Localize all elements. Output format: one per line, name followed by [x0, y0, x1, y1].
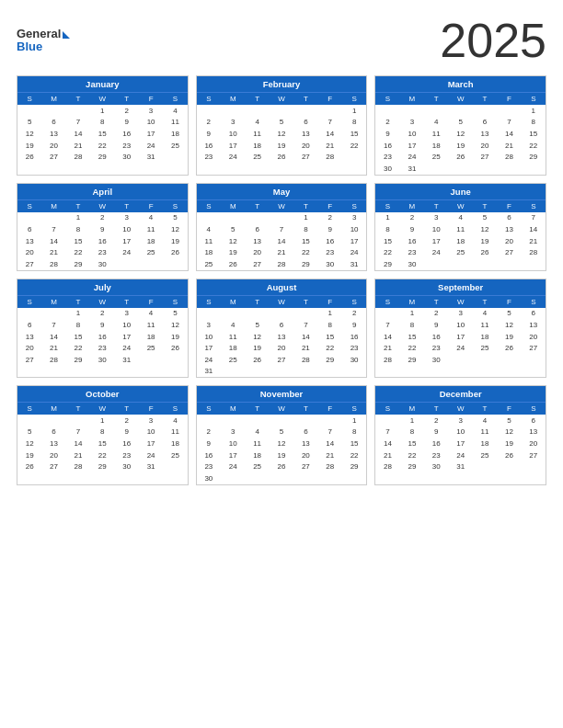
- day-label: W: [90, 295, 114, 308]
- day-cell: 19: [163, 331, 187, 343]
- day-cell: 15: [522, 128, 546, 140]
- day-cell: 15: [90, 438, 114, 449]
- day-cell: 2: [424, 415, 448, 427]
- days-grid: 1234567891011121314151617181920212223242…: [375, 308, 546, 366]
- day-cell: 8: [342, 117, 366, 129]
- empty-cell: [293, 366, 317, 378]
- day-cell: 3: [400, 117, 424, 129]
- day-label: F: [497, 295, 521, 308]
- day-cell: 1: [318, 308, 342, 320]
- day-cell: 25: [221, 354, 245, 366]
- empty-cell: [375, 415, 399, 427]
- empty-cell: [522, 461, 546, 472]
- empty-cell: [66, 415, 90, 427]
- day-cell: 14: [41, 331, 65, 343]
- day-cell: 7: [41, 319, 65, 331]
- empty-cell: [448, 258, 472, 270]
- days-grid: 1234567891011121314151617181920212223242…: [197, 415, 367, 484]
- day-cell: 5: [163, 212, 187, 224]
- day-headers: SMTWTFS: [375, 295, 546, 308]
- day-label: T: [115, 199, 139, 212]
- day-cell: 18: [448, 235, 472, 247]
- day-cell: 1: [293, 212, 317, 224]
- day-cell: 21: [293, 342, 317, 354]
- year-title: 2025: [440, 17, 546, 64]
- day-cell: 5: [270, 427, 293, 438]
- day-label: F: [318, 295, 342, 308]
- day-cell: 21: [41, 342, 65, 354]
- day-cell: 22: [90, 449, 114, 461]
- day-cell: 12: [448, 128, 472, 140]
- day-cell: 10: [424, 223, 448, 235]
- day-cell: 8: [293, 223, 317, 235]
- day-cell: 28: [497, 151, 521, 163]
- empty-cell: [17, 308, 41, 320]
- day-cell: 11: [473, 427, 497, 438]
- day-label: M: [221, 402, 245, 415]
- empty-cell: [318, 472, 342, 484]
- empty-cell: [522, 258, 546, 270]
- day-cell: 14: [497, 128, 521, 140]
- empty-cell: [473, 258, 497, 270]
- day-label: S: [17, 295, 41, 308]
- day-cell: 13: [17, 235, 41, 247]
- day-cell: 23: [115, 140, 139, 152]
- empty-cell: [197, 105, 221, 117]
- day-cell: 17: [115, 331, 139, 343]
- day-cell: 15: [318, 331, 342, 343]
- day-cell: 20: [522, 438, 546, 449]
- day-cell: 30: [400, 258, 424, 270]
- empty-cell: [245, 105, 269, 117]
- day-cell: 19: [497, 331, 521, 343]
- day-label: T: [424, 199, 448, 212]
- day-label: F: [497, 402, 521, 415]
- day-cell: 15: [342, 128, 366, 140]
- day-cell: 9: [318, 223, 342, 235]
- day-cell: 24: [115, 342, 139, 354]
- day-cell: 22: [293, 246, 317, 258]
- day-cell: 2: [424, 308, 448, 320]
- day-cell: 24: [197, 354, 221, 366]
- day-label: T: [473, 402, 497, 415]
- day-label: S: [197, 402, 221, 415]
- day-cell: 18: [163, 128, 187, 140]
- day-cell: 3: [139, 415, 163, 427]
- empty-cell: [163, 354, 187, 366]
- day-cell: 1: [66, 308, 90, 320]
- day-label: F: [318, 92, 342, 105]
- day-cell: 21: [66, 140, 90, 152]
- day-cell: 25: [473, 342, 497, 354]
- day-cell: 21: [270, 246, 293, 258]
- day-cell: 30: [90, 354, 114, 366]
- day-headers: SMTWTFS: [17, 199, 188, 212]
- day-label: S: [197, 92, 221, 105]
- day-cell: 24: [139, 140, 163, 152]
- day-cell: 6: [270, 319, 293, 331]
- day-cell: 4: [245, 427, 269, 438]
- day-cell: 25: [139, 246, 163, 258]
- days-grid: 1234567891011121314151617181920212223242…: [197, 212, 367, 270]
- day-cell: 21: [41, 246, 65, 258]
- day-cell: 16: [424, 438, 448, 449]
- empty-cell: [41, 212, 65, 224]
- day-cell: 10: [115, 319, 139, 331]
- day-cell: 3: [197, 319, 221, 331]
- empty-cell: [375, 105, 399, 117]
- day-cell: 22: [522, 140, 546, 152]
- day-cell: 18: [245, 449, 269, 461]
- day-cell: 20: [522, 331, 546, 343]
- day-cell: 11: [473, 319, 497, 331]
- day-label: T: [245, 295, 269, 308]
- day-cell: 20: [497, 235, 521, 247]
- empty-cell: [221, 415, 245, 427]
- day-label: S: [522, 402, 546, 415]
- day-cell: 8: [66, 223, 90, 235]
- day-cell: 10: [139, 427, 163, 438]
- empty-cell: [448, 354, 472, 366]
- day-headers: SMTWTFS: [375, 402, 546, 415]
- day-label: S: [197, 199, 221, 212]
- day-cell: 9: [90, 319, 114, 331]
- day-cell: 22: [400, 449, 424, 461]
- day-cell: 3: [221, 117, 245, 129]
- day-cell: 9: [424, 427, 448, 438]
